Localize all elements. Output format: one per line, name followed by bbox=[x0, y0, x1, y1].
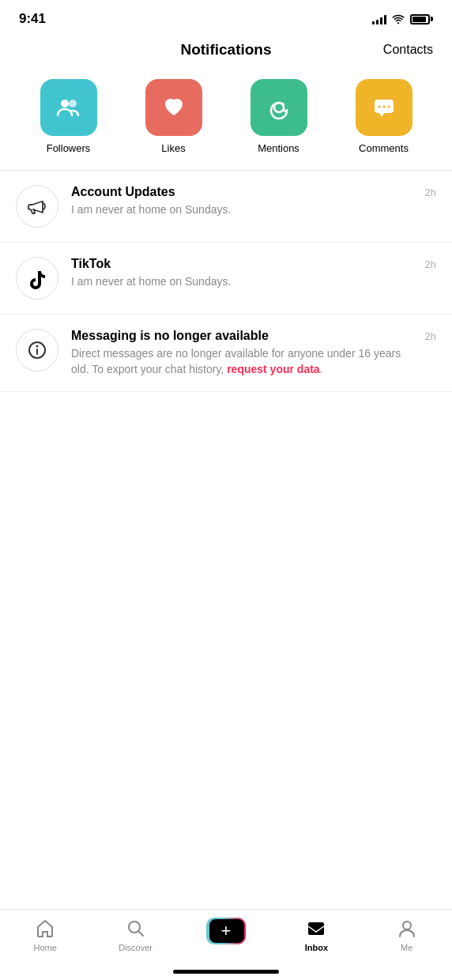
megaphone-icon bbox=[26, 195, 48, 217]
tiktok-title: TikTok bbox=[71, 257, 412, 271]
account-updates-time: 2h bbox=[425, 185, 436, 198]
mentions-icon-box bbox=[250, 79, 307, 136]
contacts-button[interactable]: Contacts bbox=[383, 43, 433, 57]
account-updates-title: Account Updates bbox=[71, 185, 412, 199]
tiktok-body: I am never at home on Sundays. bbox=[71, 274, 412, 290]
status-icons bbox=[372, 13, 433, 24]
svg-point-5 bbox=[382, 106, 385, 108]
svg-point-4 bbox=[378, 106, 380, 108]
messaging-body-end: . bbox=[320, 363, 323, 375]
wifi-icon bbox=[391, 13, 405, 24]
heart-icon bbox=[160, 93, 188, 122]
info-icon bbox=[26, 339, 48, 361]
plus-icon: + bbox=[221, 922, 232, 940]
account-updates-content: Account Updates I am never at home on Su… bbox=[71, 185, 412, 218]
category-mentions[interactable]: Mentions bbox=[250, 79, 307, 154]
at-icon bbox=[265, 93, 293, 122]
notifications-list: Account Updates I am never at home on Su… bbox=[0, 171, 452, 392]
svg-point-12 bbox=[403, 922, 411, 929]
tiktok-content: TikTok I am never at home on Sundays. bbox=[71, 257, 412, 290]
home-label: Home bbox=[34, 943, 57, 952]
svg-point-8 bbox=[36, 345, 39, 348]
inbox-icon bbox=[305, 918, 327, 940]
followers-icon bbox=[55, 93, 83, 122]
followers-icon-box bbox=[40, 79, 97, 136]
svg-point-10 bbox=[129, 922, 140, 933]
status-bar: 9:41 bbox=[0, 0, 452, 35]
category-comments[interactable]: Comments bbox=[356, 79, 412, 154]
notification-messaging[interactable]: Messaging is no longer available Direct … bbox=[0, 315, 452, 392]
home-icon bbox=[34, 918, 56, 940]
messaging-avatar bbox=[16, 329, 58, 371]
messaging-time: 2h bbox=[425, 329, 436, 342]
request-data-link[interactable]: request your data bbox=[227, 363, 319, 375]
nav-create[interactable]: + bbox=[202, 918, 250, 944]
home-indicator bbox=[173, 970, 279, 974]
person-icon bbox=[396, 918, 418, 940]
svg-point-6 bbox=[387, 106, 390, 108]
nav-discover[interactable]: Discover bbox=[112, 918, 160, 952]
tiktok-icon bbox=[26, 267, 48, 289]
create-button[interactable]: + bbox=[206, 918, 246, 944]
inbox-label: Inbox bbox=[305, 943, 328, 952]
nav-inbox[interactable]: Inbox bbox=[292, 918, 340, 952]
tiktok-avatar bbox=[16, 257, 58, 300]
notification-tiktok[interactable]: TikTok I am never at home on Sundays. 2h bbox=[0, 243, 452, 315]
me-label: Me bbox=[401, 943, 412, 952]
notification-account-updates[interactable]: Account Updates I am never at home on Su… bbox=[0, 171, 452, 243]
svg-point-1 bbox=[69, 100, 77, 107]
svg-rect-9 bbox=[36, 349, 38, 355]
header: Notifications Contacts bbox=[0, 35, 452, 71]
discover-label: Discover bbox=[119, 943, 153, 952]
nav-me[interactable]: Me bbox=[383, 918, 431, 952]
categories-row: Followers Likes Mentions bbox=[0, 71, 452, 170]
messaging-body: Direct messages are no longer available … bbox=[71, 346, 412, 377]
likes-icon-box bbox=[145, 79, 202, 136]
account-updates-avatar bbox=[16, 185, 58, 228]
category-likes[interactable]: Likes bbox=[145, 79, 202, 154]
svg-point-0 bbox=[61, 100, 69, 107]
tiktok-time: 2h bbox=[425, 257, 436, 270]
followers-label: Followers bbox=[47, 142, 91, 154]
mentions-label: Mentions bbox=[258, 142, 299, 154]
battery-icon bbox=[410, 14, 433, 24]
nav-home[interactable]: Home bbox=[21, 918, 69, 952]
likes-label: Likes bbox=[161, 142, 185, 154]
page-title: Notifications bbox=[180, 41, 271, 58]
comments-icon-box bbox=[356, 79, 412, 136]
signal-icon bbox=[372, 13, 386, 24]
messaging-title: Messaging is no longer available bbox=[71, 329, 412, 343]
comment-icon bbox=[370, 93, 398, 122]
messaging-content: Messaging is no longer available Direct … bbox=[71, 329, 412, 377]
comments-label: Comments bbox=[359, 142, 409, 154]
search-icon bbox=[125, 918, 147, 940]
category-followers[interactable]: Followers bbox=[40, 79, 97, 154]
status-time: 9:41 bbox=[19, 11, 46, 27]
account-updates-body: I am never at home on Sundays. bbox=[71, 202, 412, 218]
